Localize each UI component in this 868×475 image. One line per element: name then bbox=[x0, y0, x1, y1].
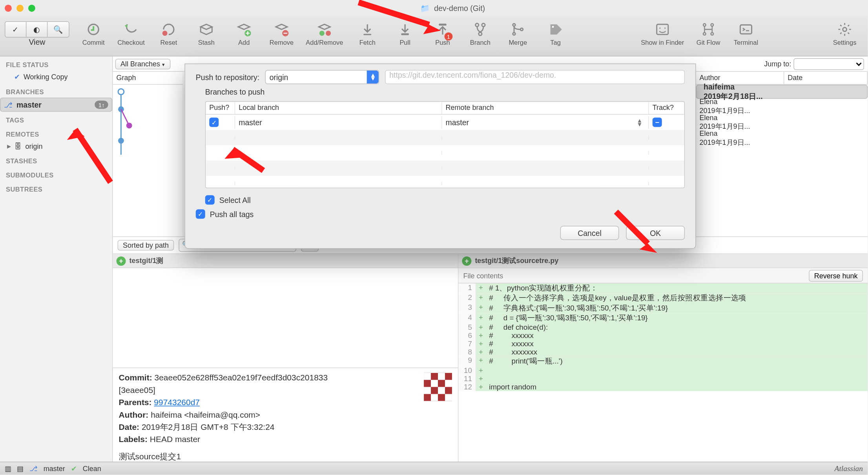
sidebar-item-master[interactable]: ⎇ master 1↑ bbox=[0, 98, 112, 112]
view-check-icon[interactable]: ✓ bbox=[5, 22, 26, 37]
stash-button[interactable]: Stash bbox=[188, 19, 224, 56]
view-clock-icon[interactable]: ◐ bbox=[26, 22, 47, 37]
sidebar-item-working-copy[interactable]: ✔ Working Copy bbox=[0, 71, 112, 84]
commit-graph-icon bbox=[113, 85, 183, 236]
svg-point-21 bbox=[843, 27, 847, 31]
push-badge: 1 bbox=[444, 32, 452, 40]
origin-label: origin bbox=[25, 142, 42, 151]
gear-icon bbox=[837, 21, 853, 38]
select-all-label: Select All bbox=[219, 195, 251, 204]
graph-column: Graph bbox=[113, 72, 184, 236]
col-push[interactable]: Push? bbox=[206, 102, 235, 114]
date-header[interactable]: Date bbox=[784, 72, 868, 84]
settings-button[interactable]: Settings bbox=[826, 19, 863, 56]
sidebar: FILE STATUS ✔ Working Copy BRANCHES ⎇ ma… bbox=[0, 57, 113, 462]
svg-point-12 bbox=[513, 33, 515, 35]
svg-point-14 bbox=[552, 26, 554, 28]
toolbar: ✓ ◐ 🔍 View Commit Checkout Reset Stash bbox=[0, 16, 868, 57]
svg-rect-20 bbox=[740, 25, 751, 34]
addremove-button[interactable]: Add/Remove bbox=[301, 19, 348, 56]
commit-row[interactable]: Elena 2019年1月9日... bbox=[696, 131, 868, 146]
status-clean: Clean bbox=[83, 464, 101, 473]
panel-toggle-left-icon[interactable]: ▥ bbox=[5, 464, 11, 473]
pull-button[interactable]: Pull bbox=[387, 19, 423, 56]
diff-code[interactable]: 1+# 1、python实现随机权重分配：2+# 传入一个选择字典，选项是key… bbox=[458, 283, 868, 462]
commit-detail-pane: Commit: 3eaee052e628ff53ea02e19f7eedf3d0… bbox=[113, 268, 459, 462]
select-all-checkbox[interactable]: ✓ bbox=[205, 195, 215, 205]
close-window-icon[interactable] bbox=[5, 5, 12, 12]
disclosure-icon[interactable]: ▶ bbox=[7, 144, 11, 150]
view-label: View bbox=[29, 38, 45, 46]
col-track[interactable]: Track? bbox=[649, 102, 684, 114]
sidebar-item-origin[interactable]: ▶ 🗄 origin bbox=[0, 140, 112, 153]
code-line: 2+# 传入一个选择字典，选项是key，value是权重，然后按照权重选择一选项 bbox=[458, 294, 868, 303]
commit-row[interactable]: haifeima 2019年2月18日... bbox=[696, 85, 868, 99]
graph-header: Graph bbox=[113, 72, 183, 85]
view-mode-segment[interactable]: ✓ ◐ 🔍 bbox=[5, 21, 69, 38]
file-header-right[interactable]: + testgit/1测试sourcetre.py bbox=[458, 254, 868, 268]
svg-point-16 bbox=[703, 24, 706, 26]
diff-header: File contents Reverse hunk bbox=[458, 268, 868, 283]
svg-point-19 bbox=[711, 33, 713, 35]
svg-point-1 bbox=[162, 31, 168, 36]
server-icon: 🗄 bbox=[15, 142, 22, 151]
tag-button[interactable]: Tag bbox=[537, 19, 574, 56]
repository-url-input[interactable]: https://git.dev.tencent.com/fiona_1206/d… bbox=[385, 70, 685, 84]
chevron-updown-icon: ▲▼ bbox=[367, 71, 379, 84]
checkout-button[interactable]: Checkout bbox=[113, 19, 150, 56]
sort-dropdown[interactable]: Sorted by path bbox=[118, 240, 174, 250]
section-tags: TAGS bbox=[0, 112, 112, 126]
zoom-window-icon[interactable] bbox=[28, 5, 35, 12]
commit-button[interactable]: Commit bbox=[75, 19, 112, 56]
add-button[interactable]: Add bbox=[226, 19, 262, 56]
cancel-button[interactable]: Cancel bbox=[560, 226, 619, 240]
commit-row[interactable]: Elena 2019年1月9日... bbox=[696, 115, 868, 130]
show-in-finder-button[interactable]: Show in Finder bbox=[636, 19, 689, 56]
remove-button[interactable]: Remove bbox=[263, 19, 300, 56]
jump-to-label: Jump to: bbox=[764, 60, 793, 68]
col-remote[interactable]: Remote branch bbox=[442, 102, 649, 114]
svg-point-13 bbox=[520, 28, 523, 31]
panel-toggle-right-icon[interactable]: ▤ bbox=[17, 464, 23, 473]
push-button[interactable]: 1 Push bbox=[425, 19, 461, 56]
master-label: master bbox=[16, 100, 42, 109]
check-circle-icon: ✔ bbox=[14, 73, 20, 81]
push-all-tags-checkbox[interactable]: ✓ bbox=[196, 209, 205, 219]
stepper-icon[interactable]: ▲▼ bbox=[636, 118, 642, 126]
reverse-hunk-button[interactable]: Reverse hunk bbox=[809, 270, 863, 281]
svg-point-23 bbox=[118, 89, 124, 95]
code-line: 4+# d = {'喝一瓶':30,'喝3瓶':50,'不喝':1,'买单':1… bbox=[458, 313, 868, 323]
minimize-window-icon[interactable] bbox=[16, 5, 24, 12]
push-dialog: Push to repository: origin ▲▼ https://gi… bbox=[184, 64, 696, 249]
col-local[interactable]: Local branch bbox=[235, 102, 442, 114]
file-name-right: testgit/1测试sourcetre.py bbox=[475, 256, 558, 266]
file-contents-label: File contents bbox=[463, 271, 503, 280]
push-checkbox[interactable]: ✓ bbox=[209, 118, 219, 127]
track-toggle[interactable]: − bbox=[653, 118, 662, 127]
branch-button[interactable]: Branch bbox=[462, 19, 498, 56]
all-branches-dropdown[interactable]: All Branches ▾ bbox=[115, 58, 170, 69]
parent-link[interactable]: 99743260d7 bbox=[154, 398, 200, 407]
remote-branch-cell[interactable]: master▲▼ bbox=[442, 116, 649, 128]
branch-icon: ⎇ bbox=[29, 464, 38, 473]
gitflow-button[interactable]: Git Flow bbox=[690, 19, 727, 56]
code-line: 5+# def choice(d): bbox=[458, 323, 868, 332]
code-line: 8+# xxxxxxx bbox=[458, 348, 868, 356]
chevron-down-icon: ▾ bbox=[162, 62, 165, 68]
section-file-status: FILE STATUS bbox=[0, 57, 112, 71]
repository-select[interactable]: origin ▲▼ bbox=[265, 70, 379, 84]
ok-button[interactable]: OK bbox=[626, 226, 685, 240]
fetch-button[interactable]: Fetch bbox=[349, 19, 386, 56]
terminal-button[interactable]: Terminal bbox=[728, 19, 764, 56]
code-line: 9+# print('喝一瓶...') bbox=[458, 356, 868, 366]
svg-point-9 bbox=[482, 23, 485, 26]
reset-button[interactable]: Reset bbox=[150, 19, 187, 56]
file-header-left[interactable]: + testgit/1测 bbox=[113, 254, 459, 268]
view-search-icon[interactable]: 🔍 bbox=[47, 22, 69, 37]
merge-button[interactable]: Merge bbox=[500, 19, 536, 56]
master-ahead-badge: 1↑ bbox=[95, 100, 108, 109]
table-row[interactable]: ✓ master master▲▼ − bbox=[206, 115, 684, 130]
svg-point-18 bbox=[711, 24, 713, 26]
jump-to-select[interactable] bbox=[793, 58, 864, 70]
titlebar: dev-demo (Git) bbox=[0, 0, 868, 16]
